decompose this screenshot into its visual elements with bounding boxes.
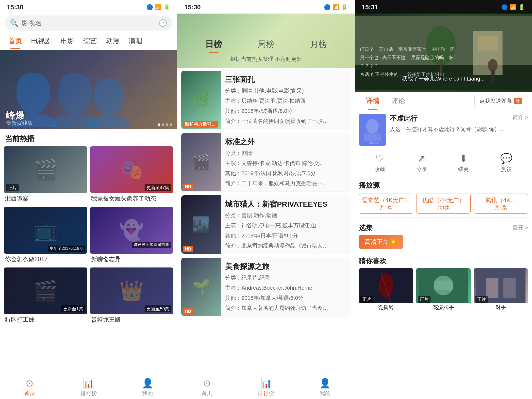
source-name-3: 腾讯（4K… xyxy=(476,196,526,204)
svg-rect-20 xyxy=(503,278,515,298)
list-item[interactable]: 正片 对手 xyxy=(474,268,528,312)
card-5[interactable]: 🎬 更新至1集 xyxy=(4,267,87,314)
rank-list: 🌿 温和与力量可… 三张面孔 分类：剧情,其他,电影,电影(官采) 主演：贝纳丝… xyxy=(177,68,354,375)
status-bar-2: 15:30 🔵 📶 🔋 xyxy=(177,0,354,14)
card-3-label: 你会怎么做2017 xyxy=(4,254,87,265)
video-subtitle: 我找了一会儿,Where can I,Liang... xyxy=(355,75,532,83)
danmu-button[interactable]: 点我发送弹幕 弹 xyxy=(474,95,527,107)
nav-concert[interactable]: 演唱 xyxy=(124,33,147,49)
list-item[interactable]: 🎬 HD 标准之外 分类：剧情 主演：文森持·卡索,勒达·卡代布,海伦·文… 其… xyxy=(181,133,350,191)
source-tencent[interactable]: 腾讯（4K… 共1集 xyxy=(474,194,528,214)
source-list: 爱奇艺（4K无广） 共1集 优酷（4K无广） 共1集 腾讯（4K… 共1集 xyxy=(359,193,528,218)
bluetooth-icon: 🔵 xyxy=(146,4,153,11)
card-5-label: 特区打工妹 xyxy=(4,314,87,325)
feedback-action[interactable]: 💬 反馈 xyxy=(500,153,513,173)
search-bar[interactable]: 🔍 🕐 xyxy=(5,16,172,31)
source-count-2: 共1集 xyxy=(418,204,468,211)
tab-rank-1[interactable]: 📊 排行榜 xyxy=(59,378,118,397)
tab-home-2[interactable]: ⊙ 首页 xyxy=(177,378,236,397)
banner[interactable]: 👤 👤 👤 峰爆 最新院线版 xyxy=(0,50,177,129)
svg-rect-10 xyxy=(364,133,381,141)
status-time-3: 15:31 xyxy=(362,3,378,11)
rank-info-3: 城市猎人：新宿PRIVATEEYES 分类：喜剧,动作,动画 主演：神谷明,伊仓… xyxy=(221,195,350,254)
rank-info-detail-3: 其他：2019年/日本/日语/9.0分 xyxy=(225,232,346,240)
rec-badge-3: 正片 xyxy=(475,296,488,303)
tab-mine-2[interactable]: 👤 我的 xyxy=(296,378,355,397)
ranking-header: 日榜 周榜 月榜 根据当前热度整理 不定时更新 xyxy=(177,14,354,68)
list-item[interactable]: 🎬 更新至1集 特区打工妹 xyxy=(4,267,87,325)
recommend-title: 猜你喜欢 xyxy=(359,253,528,268)
card-6-update: 更新至59集 xyxy=(145,305,171,312)
nav-tv[interactable]: 电视剧 xyxy=(27,33,56,49)
tab-rank-2[interactable]: 📊 排行榜 xyxy=(236,378,296,397)
rank-title-2: 标准之外 xyxy=(225,137,346,147)
history-icon[interactable]: 🕐 xyxy=(159,19,167,27)
nav-home[interactable]: 首页 xyxy=(4,33,27,49)
search-input[interactable] xyxy=(21,19,156,27)
heart-icon: ♡ xyxy=(375,153,384,164)
banner-figure-3: 👤 xyxy=(81,77,137,129)
tab-detail[interactable]: 详情 xyxy=(360,92,385,110)
action-bar: ♡ 收藏 ↗ 分享 ⬇ 缓更 💬 反馈 xyxy=(359,150,528,177)
home-icon-2: ⊙ xyxy=(203,378,211,389)
share-action[interactable]: ↗ 分享 xyxy=(416,153,427,173)
card-3[interactable]: 📺 史新至20170119期 xyxy=(4,207,87,254)
mine-icon-2: 👤 xyxy=(319,378,331,389)
source-iqiyi[interactable]: 爱奇艺（4K无广） 共1集 xyxy=(359,194,413,214)
card-1[interactable]: 🎬 正片 xyxy=(4,146,87,193)
list-item[interactable]: 正片 花漾牌手 xyxy=(416,268,471,312)
tab-comment[interactable]: 评论 xyxy=(385,92,411,110)
tab-weekly[interactable]: 周榜 xyxy=(258,39,274,52)
rank-poster-2: 🎬 HD xyxy=(181,133,221,191)
nav-movie[interactable]: 电影 xyxy=(56,33,79,49)
rank-info-4: 美食探源之旅 分类：纪录片,纪录 主演：Andreas,Boecker,John… xyxy=(221,258,350,316)
category-nav: 首页 电视剧 电影 综艺 动漫 演唱 xyxy=(0,33,177,50)
download-action[interactable]: ⬇ 缓更 xyxy=(458,153,469,173)
rank-info-detail-4: 其他：2018年/加拿大/英语/6.0分 xyxy=(225,294,346,302)
movie-intro-btn[interactable]: 简介 > xyxy=(513,114,528,121)
card-2[interactable]: 🎭 更新至47集 xyxy=(90,146,173,193)
tab-home-1[interactable]: ⊙ 首页 xyxy=(0,378,59,397)
source-youku[interactable]: 优酷（4K无广） 共1集 xyxy=(416,194,471,214)
rank-poster-3: 🏙️ HD xyxy=(181,195,221,254)
episode-play-btn[interactable]: 高清正片 ▶️ xyxy=(359,235,403,249)
svg-point-13 xyxy=(379,273,393,298)
rank-summary-3: 简介：北条司的经典动漫作品《城市猎人… xyxy=(225,242,346,250)
bt-icon-3: 🔵 xyxy=(501,4,508,11)
list-item[interactable]: 🎭 更新至47集 我竟被女魔头豢养了动态… xyxy=(90,146,173,204)
dot-1 xyxy=(158,123,160,126)
svg-rect-19 xyxy=(486,278,498,298)
episode-more-btn[interactable]: 展开 > xyxy=(513,224,528,232)
card-4[interactable]: 👻 讲述民间传奇鬼故事 xyxy=(90,207,173,254)
card-5-update: 更新至1集 xyxy=(61,305,85,312)
collect-action[interactable]: ♡ 收藏 xyxy=(374,153,385,173)
list-item[interactable]: 🌱 HD 美食探源之旅 分类：纪录片,纪录 主演：Andreas,Boecker… xyxy=(181,258,350,316)
dot-4 xyxy=(170,123,172,126)
card-3-update: 史新至20170119期 xyxy=(48,246,85,252)
battery-icon-2: 🔋 xyxy=(341,4,348,11)
tab-daily[interactable]: 日榜 xyxy=(205,39,222,52)
nav-anime[interactable]: 动漫 xyxy=(101,33,124,49)
tab-rank-label: 排行榜 xyxy=(81,390,97,397)
list-item[interactable]: 📺 史新至20170119期 你会怎么做2017 xyxy=(4,207,87,265)
episode-btn-label: 高清正片 ▶️ xyxy=(365,238,398,245)
battery-icon: 🔋 xyxy=(164,4,170,11)
list-item[interactable]: 正片 诡摇铃 xyxy=(359,268,413,312)
list-item[interactable]: 🌿 温和与力量可… 三张面孔 分类：剧情,其他,电影,电影(官采) 主演：贝纳丝… xyxy=(181,71,350,129)
danmu-icon: 弹 xyxy=(514,98,522,104)
nav-variety[interactable]: 综艺 xyxy=(79,33,101,49)
list-item[interactable]: 🎬 正片 湘西诡案 xyxy=(4,146,87,204)
sources-header: 播放源 xyxy=(359,177,528,193)
tab-mine-1[interactable]: 👤 我的 xyxy=(118,378,177,397)
list-item[interactable]: 👑 更新至59集 贵婿龙王殿 xyxy=(90,267,173,325)
card-6[interactable]: 👑 更新至59集 xyxy=(90,267,173,314)
movie-info: 不虚此行 不虚此行 简介 > 人这一生怎样才算不虚此行？闻音（胡歌 饰）… xyxy=(359,114,528,146)
tab-monthly[interactable]: 月榜 xyxy=(310,39,327,52)
movie-poster: 不虚此行 xyxy=(359,114,386,146)
list-item[interactable]: 🏙️ HD 城市猎人：新宿PRIVATEEYES 分类：喜剧,动作,动画 主演：… xyxy=(181,195,350,254)
home-icon: ⊙ xyxy=(26,378,33,389)
list-item[interactable]: 👻 讲述民间传奇鬼故事 新聊斋志异 xyxy=(90,207,173,265)
hot-grid: 🎬 正片 湘西诡案 🎭 更新至47集 我竟被女魔头豢养了动态… 📺 史新至201… xyxy=(0,146,177,325)
mine-icon: 👤 xyxy=(142,378,153,389)
video-player[interactable]: 门口？ 苏山话 南京哪有茶叶 中国话 院 另一个也 表示看不懂 吴磊是隐形的吗 … xyxy=(355,14,532,92)
